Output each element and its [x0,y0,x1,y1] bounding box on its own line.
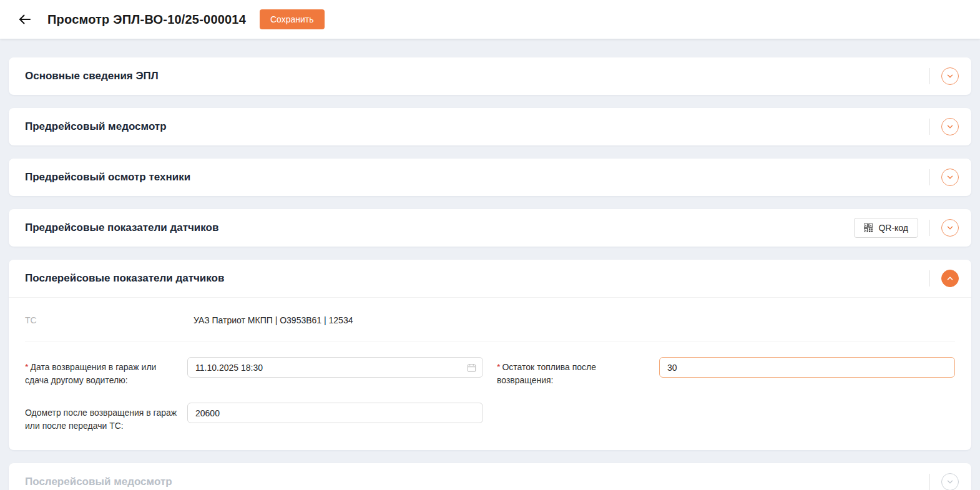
section-posttrip-sensors-body: ТС УАЗ Патриот МКПП | О3953В61 | 12534 *… [9,298,971,450]
section-main-info-header[interactable]: Основные сведения ЭПЛ [9,57,971,95]
section-pretrip-sensors-header[interactable]: Предрейсовые показатели датчиков [9,209,971,247]
section-pretrip-inspection-header[interactable]: Предрейсовый осмотр техники [9,159,971,196]
divider [929,169,930,185]
required-mark: * [497,362,500,372]
section-pretrip-sensors: Предрейсовые показатели датчиков [9,209,971,247]
section-title: Предрейсовый осмотр техники [25,171,918,184]
qr-button-label: QR-код [878,223,908,233]
section-posttrip-sensors: Послерейсовые показатели датчиков ТС УАЗ… [9,260,971,450]
section-pretrip-medical-header[interactable]: Предрейсовый медосмотр [9,108,971,145]
vehicle-value: УАЗ Патриот МКПП | О3953В61 | 12534 [194,315,353,325]
chevron-down-icon[interactable] [941,219,959,237]
section-header-actions [918,473,959,490]
qr-code-icon [864,223,873,232]
section-header-actions [918,270,959,287]
divider [25,341,955,341]
section-header-actions [918,118,959,135]
section-title: Основные сведения ЭПЛ [25,70,918,82]
section-header-actions [918,67,959,85]
odometer-field: Одометр после возвращения в гараж или по… [25,403,483,433]
vehicle-label: ТС [25,315,194,325]
odometer-label: Одометр после возвращения в гараж или по… [25,403,187,433]
fuel-remaining-label: *Остаток топлива после возвращения: [497,357,659,387]
chevron-down-icon [941,473,959,490]
chevron-up-icon[interactable] [941,270,959,287]
section-pretrip-medical: Предрейсовый медосмотр [9,108,971,145]
chevron-down-icon[interactable] [941,67,959,85]
section-header-actions: QR-код [854,218,959,238]
section-main-info: Основные сведения ЭПЛ [9,57,971,95]
section-posttrip-sensors-header[interactable]: Послерейсовые показатели датчиков [9,260,971,298]
form-grid-spacer [497,403,955,433]
divider [929,220,930,236]
section-title: Послерейсовый медосмотр [25,476,918,488]
section-header-actions [918,169,959,186]
return-date-label: *Дата возвращения в гараж или сдача друг… [25,357,187,387]
chevron-down-icon[interactable] [941,169,959,186]
fuel-remaining-field: *Остаток топлива после возвращения: [497,357,955,387]
section-title: Предрейсовый медосмотр [25,120,918,133]
top-bar: Просмотр ЭПЛ-ВО-10/25-000014 Сохранить [0,0,980,39]
back-button[interactable] [15,9,35,29]
fuel-remaining-input-wrap [659,357,955,378]
divider [929,119,930,135]
content-area: Основные сведения ЭПЛ Предрейсовый медос… [0,39,980,490]
section-title: Послерейсовые показатели датчиков [25,272,918,285]
save-button[interactable]: Сохранить [260,9,325,29]
return-date-field: *Дата возвращения в гараж или сдача друг… [25,357,483,387]
vehicle-row: ТС УАЗ Патриот МКПП | О3953В61 | 12534 [25,314,955,325]
divider [929,68,930,84]
section-title: Предрейсовые показатели датчиков [25,222,854,234]
section-posttrip-medical-header: Послерейсовый медосмотр [9,463,971,490]
qr-code-button[interactable]: QR-код [854,218,918,238]
divider [929,270,930,287]
return-date-input-wrap [187,357,483,378]
page-title: Просмотр ЭПЛ-ВО-10/25-000014 [47,12,246,27]
required-mark: * [25,362,28,372]
return-date-input[interactable] [187,357,483,378]
fuel-remaining-input[interactable] [659,357,955,378]
chevron-down-icon[interactable] [941,118,959,135]
arrow-left-icon [17,12,32,27]
odometer-input-wrap [187,403,483,423]
section-pretrip-inspection: Предрейсовый осмотр техники [9,159,971,196]
section-posttrip-medical: Послерейсовый медосмотр [9,463,971,490]
divider [929,474,930,490]
odometer-input[interactable] [187,403,483,423]
posttrip-form: *Дата возвращения в гараж или сдача друг… [25,357,955,433]
